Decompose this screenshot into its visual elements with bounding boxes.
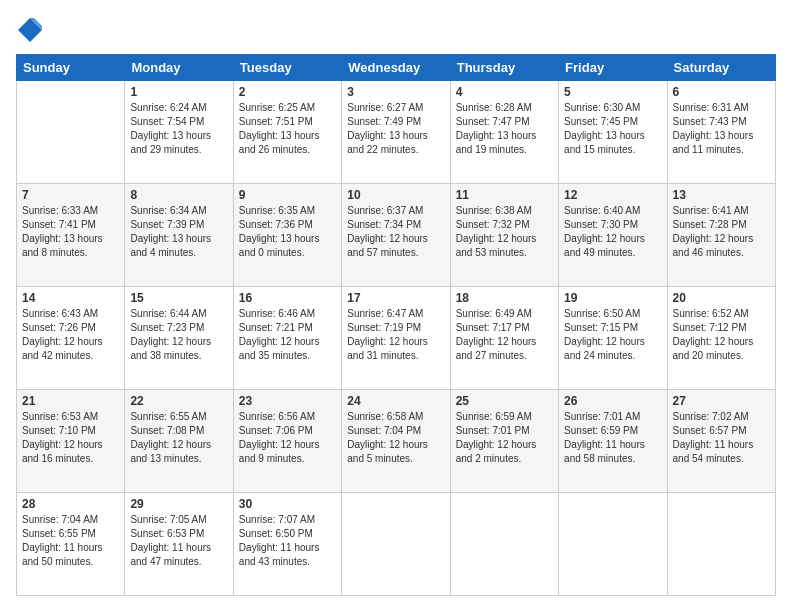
day-info: Sunrise: 7:04 AMSunset: 6:55 PMDaylight:… (22, 513, 119, 569)
calendar-day-header: Saturday (667, 55, 775, 81)
calendar-day-header: Wednesday (342, 55, 450, 81)
calendar-cell: 20Sunrise: 6:52 AMSunset: 7:12 PMDayligh… (667, 287, 775, 390)
day-number: 2 (239, 85, 336, 99)
day-info: Sunrise: 6:53 AMSunset: 7:10 PMDaylight:… (22, 410, 119, 466)
calendar-cell: 22Sunrise: 6:55 AMSunset: 7:08 PMDayligh… (125, 390, 233, 493)
day-info: Sunrise: 7:02 AMSunset: 6:57 PMDaylight:… (673, 410, 770, 466)
logo (16, 16, 48, 44)
day-info: Sunrise: 6:35 AMSunset: 7:36 PMDaylight:… (239, 204, 336, 260)
day-info: Sunrise: 6:34 AMSunset: 7:39 PMDaylight:… (130, 204, 227, 260)
calendar-cell (17, 81, 125, 184)
calendar-cell: 13Sunrise: 6:41 AMSunset: 7:28 PMDayligh… (667, 184, 775, 287)
calendar-cell: 26Sunrise: 7:01 AMSunset: 6:59 PMDayligh… (559, 390, 667, 493)
day-info: Sunrise: 7:01 AMSunset: 6:59 PMDaylight:… (564, 410, 661, 466)
day-number: 30 (239, 497, 336, 511)
calendar-cell: 27Sunrise: 7:02 AMSunset: 6:57 PMDayligh… (667, 390, 775, 493)
calendar-cell (559, 493, 667, 596)
day-info: Sunrise: 6:49 AMSunset: 7:17 PMDaylight:… (456, 307, 553, 363)
day-number: 4 (456, 85, 553, 99)
calendar-cell: 7Sunrise: 6:33 AMSunset: 7:41 PMDaylight… (17, 184, 125, 287)
calendar-day-header: Friday (559, 55, 667, 81)
day-number: 27 (673, 394, 770, 408)
day-number: 19 (564, 291, 661, 305)
calendar-cell: 14Sunrise: 6:43 AMSunset: 7:26 PMDayligh… (17, 287, 125, 390)
day-info: Sunrise: 6:28 AMSunset: 7:47 PMDaylight:… (456, 101, 553, 157)
calendar-cell: 4Sunrise: 6:28 AMSunset: 7:47 PMDaylight… (450, 81, 558, 184)
day-number: 24 (347, 394, 444, 408)
day-number: 28 (22, 497, 119, 511)
day-info: Sunrise: 6:46 AMSunset: 7:21 PMDaylight:… (239, 307, 336, 363)
day-info: Sunrise: 7:07 AMSunset: 6:50 PMDaylight:… (239, 513, 336, 569)
day-number: 22 (130, 394, 227, 408)
calendar-cell: 17Sunrise: 6:47 AMSunset: 7:19 PMDayligh… (342, 287, 450, 390)
calendar-cell: 12Sunrise: 6:40 AMSunset: 7:30 PMDayligh… (559, 184, 667, 287)
calendar-table: SundayMondayTuesdayWednesdayThursdayFrid… (16, 54, 776, 596)
day-info: Sunrise: 6:31 AMSunset: 7:43 PMDaylight:… (673, 101, 770, 157)
day-info: Sunrise: 6:50 AMSunset: 7:15 PMDaylight:… (564, 307, 661, 363)
calendar-day-header: Tuesday (233, 55, 341, 81)
day-number: 16 (239, 291, 336, 305)
calendar-week-row: 7Sunrise: 6:33 AMSunset: 7:41 PMDaylight… (17, 184, 776, 287)
day-info: Sunrise: 6:43 AMSunset: 7:26 PMDaylight:… (22, 307, 119, 363)
logo-icon (16, 16, 44, 44)
calendar-week-row: 21Sunrise: 6:53 AMSunset: 7:10 PMDayligh… (17, 390, 776, 493)
calendar-cell (450, 493, 558, 596)
calendar-cell: 8Sunrise: 6:34 AMSunset: 7:39 PMDaylight… (125, 184, 233, 287)
calendar-day-header: Monday (125, 55, 233, 81)
calendar-cell: 24Sunrise: 6:58 AMSunset: 7:04 PMDayligh… (342, 390, 450, 493)
day-number: 7 (22, 188, 119, 202)
day-number: 26 (564, 394, 661, 408)
calendar-cell: 6Sunrise: 6:31 AMSunset: 7:43 PMDaylight… (667, 81, 775, 184)
day-number: 21 (22, 394, 119, 408)
day-info: Sunrise: 6:30 AMSunset: 7:45 PMDaylight:… (564, 101, 661, 157)
day-number: 29 (130, 497, 227, 511)
calendar-cell: 19Sunrise: 6:50 AMSunset: 7:15 PMDayligh… (559, 287, 667, 390)
day-info: Sunrise: 6:58 AMSunset: 7:04 PMDaylight:… (347, 410, 444, 466)
calendar-day-header: Thursday (450, 55, 558, 81)
day-number: 9 (239, 188, 336, 202)
calendar-day-header: Sunday (17, 55, 125, 81)
calendar-cell: 29Sunrise: 7:05 AMSunset: 6:53 PMDayligh… (125, 493, 233, 596)
day-info: Sunrise: 6:59 AMSunset: 7:01 PMDaylight:… (456, 410, 553, 466)
day-info: Sunrise: 6:33 AMSunset: 7:41 PMDaylight:… (22, 204, 119, 260)
day-number: 10 (347, 188, 444, 202)
day-number: 15 (130, 291, 227, 305)
day-info: Sunrise: 6:47 AMSunset: 7:19 PMDaylight:… (347, 307, 444, 363)
day-info: Sunrise: 6:52 AMSunset: 7:12 PMDaylight:… (673, 307, 770, 363)
day-info: Sunrise: 6:56 AMSunset: 7:06 PMDaylight:… (239, 410, 336, 466)
day-info: Sunrise: 7:05 AMSunset: 6:53 PMDaylight:… (130, 513, 227, 569)
calendar-cell: 23Sunrise: 6:56 AMSunset: 7:06 PMDayligh… (233, 390, 341, 493)
calendar-cell (667, 493, 775, 596)
day-number: 20 (673, 291, 770, 305)
calendar-cell: 10Sunrise: 6:37 AMSunset: 7:34 PMDayligh… (342, 184, 450, 287)
calendar-week-row: 1Sunrise: 6:24 AMSunset: 7:54 PMDaylight… (17, 81, 776, 184)
calendar-cell: 21Sunrise: 6:53 AMSunset: 7:10 PMDayligh… (17, 390, 125, 493)
calendar-cell: 1Sunrise: 6:24 AMSunset: 7:54 PMDaylight… (125, 81, 233, 184)
day-number: 12 (564, 188, 661, 202)
day-number: 18 (456, 291, 553, 305)
calendar-cell: 9Sunrise: 6:35 AMSunset: 7:36 PMDaylight… (233, 184, 341, 287)
calendar-cell (342, 493, 450, 596)
calendar-cell: 25Sunrise: 6:59 AMSunset: 7:01 PMDayligh… (450, 390, 558, 493)
calendar-cell: 18Sunrise: 6:49 AMSunset: 7:17 PMDayligh… (450, 287, 558, 390)
day-number: 3 (347, 85, 444, 99)
day-number: 6 (673, 85, 770, 99)
day-info: Sunrise: 6:55 AMSunset: 7:08 PMDaylight:… (130, 410, 227, 466)
calendar-week-row: 28Sunrise: 7:04 AMSunset: 6:55 PMDayligh… (17, 493, 776, 596)
day-info: Sunrise: 6:38 AMSunset: 7:32 PMDaylight:… (456, 204, 553, 260)
day-number: 11 (456, 188, 553, 202)
day-info: Sunrise: 6:24 AMSunset: 7:54 PMDaylight:… (130, 101, 227, 157)
day-info: Sunrise: 6:44 AMSunset: 7:23 PMDaylight:… (130, 307, 227, 363)
day-info: Sunrise: 6:41 AMSunset: 7:28 PMDaylight:… (673, 204, 770, 260)
day-number: 17 (347, 291, 444, 305)
svg-marker-0 (18, 18, 42, 42)
page: SundayMondayTuesdayWednesdayThursdayFrid… (0, 0, 792, 612)
day-number: 13 (673, 188, 770, 202)
calendar-cell: 5Sunrise: 6:30 AMSunset: 7:45 PMDaylight… (559, 81, 667, 184)
calendar-cell: 30Sunrise: 7:07 AMSunset: 6:50 PMDayligh… (233, 493, 341, 596)
day-info: Sunrise: 6:27 AMSunset: 7:49 PMDaylight:… (347, 101, 444, 157)
header (16, 16, 776, 44)
day-number: 8 (130, 188, 227, 202)
calendar-header-row: SundayMondayTuesdayWednesdayThursdayFrid… (17, 55, 776, 81)
day-number: 23 (239, 394, 336, 408)
